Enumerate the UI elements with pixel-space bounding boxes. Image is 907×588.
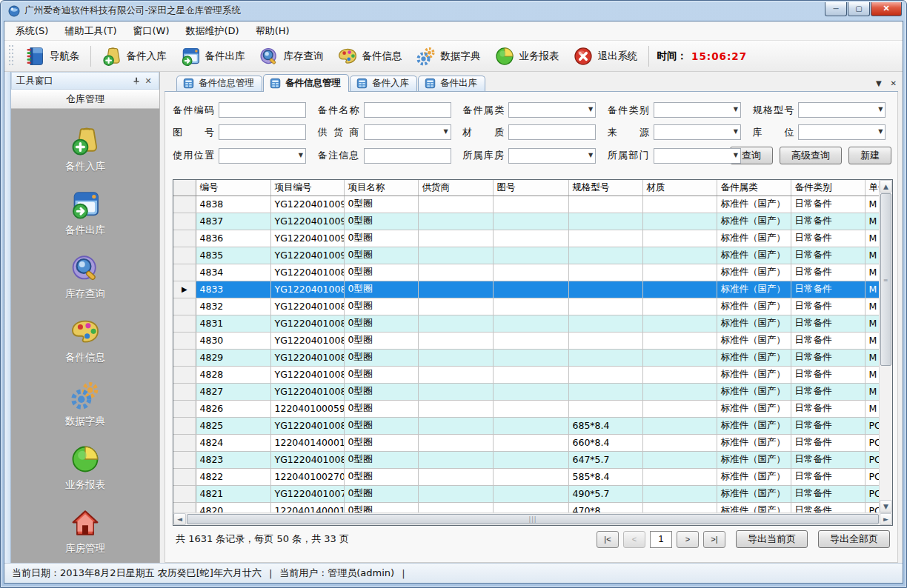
- field-dropdown-4[interactable]: ▼: [798, 102, 886, 118]
- row-selector[interactable]: [173, 247, 196, 264]
- row-selector[interactable]: [173, 468, 196, 485]
- row-selector[interactable]: [173, 485, 196, 502]
- row-selector[interactable]: [173, 332, 196, 349]
- table-row[interactable]: 4832YG122040100870型圈标准件（国产）日常备件M: [173, 298, 879, 315]
- close-button[interactable]: ✕: [871, 2, 902, 16]
- table-row[interactable]: 4837YG122040100920型圈标准件（国产）日常备件M: [173, 213, 879, 230]
- panel-close-icon[interactable]: ✕: [142, 76, 154, 86]
- sidebar-item-4[interactable]: 数据字典: [41, 377, 130, 431]
- table-row[interactable]: 4834YG122040100890型圈标准件（国产）日常备件M: [173, 264, 879, 281]
- prev-page-button[interactable]: <: [623, 531, 645, 548]
- column-header[interactable]: 单位: [865, 180, 879, 196]
- column-header[interactable]: 备件属类: [717, 180, 791, 196]
- table-row[interactable]: 4827YG122040100820型圈标准件（国产）日常备件M: [173, 383, 879, 400]
- menu-item-2[interactable]: 窗口(W): [125, 21, 178, 41]
- page-number-input[interactable]: [650, 531, 672, 548]
- title-bar[interactable]: 广州爱奇迪软件科技有限公司-深田之星仓库管理系统 ─ ▢ ✕: [4, 1, 903, 21]
- row-selector[interactable]: [173, 196, 196, 213]
- horizontal-scroll-thumb[interactable]: |||: [187, 514, 879, 524]
- menu-item-3[interactable]: 数据维护(D): [178, 21, 247, 41]
- row-selector[interactable]: [173, 383, 196, 400]
- field-input-0[interactable]: [219, 102, 306, 118]
- sidebar-item-5[interactable]: 业务报表: [41, 441, 130, 495]
- field-dropdown-6[interactable]: ▼: [364, 124, 451, 140]
- row-selector[interactable]: [173, 366, 196, 383]
- first-page-button[interactable]: |<: [597, 531, 619, 548]
- menu-item-4[interactable]: 帮助(H): [247, 21, 298, 41]
- table-row[interactable]: 482012204014000130型圈470*8标准件（国产）日常备件PC: [173, 502, 879, 512]
- maximize-button[interactable]: ▢: [848, 2, 870, 16]
- row-selector-header[interactable]: [173, 180, 196, 196]
- toolbar-grip[interactable]: [9, 45, 14, 67]
- field-input-5[interactable]: [219, 124, 306, 140]
- field-dropdown-10[interactable]: ▼: [219, 148, 306, 164]
- sidebar-item-1[interactable]: 备件出库: [41, 186, 130, 240]
- scroll-up-icon[interactable]: ▲: [880, 180, 892, 193]
- table-row[interactable]: 4838YG122040100930型圈标准件（国产）日常备件M: [173, 196, 879, 213]
- row-selector[interactable]: [173, 213, 196, 230]
- sidebar-item-6[interactable]: 库房管理: [41, 504, 130, 558]
- scroll-right-icon[interactable]: ►: [880, 513, 892, 525]
- tab-list-dropdown-icon[interactable]: ▼: [876, 79, 882, 87]
- menu-item-0[interactable]: 系统(S): [7, 21, 56, 41]
- row-selector[interactable]: [173, 298, 196, 315]
- table-row[interactable]: 482412204014000120型圈660*8.4标准件（国产）日常备件PC: [173, 434, 879, 451]
- sidebar-group-warehouse[interactable]: 仓库管理: [11, 90, 159, 109]
- field-dropdown-9[interactable]: ▼: [798, 124, 886, 140]
- table-row[interactable]: 482612204010005990型圈标准件（国产）日常备件M: [173, 400, 879, 417]
- scroll-down-icon[interactable]: ▼: [880, 500, 892, 512]
- toolbar-button-2[interactable]: 备件出库: [173, 44, 252, 69]
- row-selector[interactable]: [173, 434, 196, 451]
- field-input-1[interactable]: [364, 102, 451, 118]
- table-row[interactable]: 4829YG122040100840型圈标准件（国产）日常备件M: [173, 349, 879, 366]
- next-page-button[interactable]: >: [677, 531, 699, 548]
- table-row[interactable]: 4830YG122040100850型圈标准件（国产）日常备件M: [173, 332, 879, 349]
- field-dropdown-2[interactable]: ▼: [508, 102, 596, 118]
- field-dropdown-8[interactable]: ▼: [654, 124, 741, 140]
- sidebar-item-0[interactable]: 备件入库: [41, 122, 130, 176]
- row-selector[interactable]: [173, 400, 196, 417]
- row-selector[interactable]: ▶: [173, 281, 196, 298]
- horizontal-scrollbar[interactable]: ◄ ||| ►: [173, 512, 892, 525]
- field-dropdown-13[interactable]: ▼: [654, 148, 741, 164]
- minimize-button[interactable]: ─: [825, 2, 847, 16]
- table-row[interactable]: 4836YG122040100910型圈标准件（国产）日常备件M: [173, 230, 879, 247]
- export-current-page-button[interactable]: 导出当前页: [736, 530, 808, 548]
- vertical-scrollbar[interactable]: ▲ ≡ ▼: [879, 180, 892, 512]
- table-row[interactable]: 4828YG122040100830型圈标准件（国产）日常备件M: [173, 366, 879, 383]
- row-selector[interactable]: [173, 349, 196, 366]
- column-header[interactable]: 材质: [642, 180, 717, 196]
- sidebar-item-3[interactable]: 备件信息: [41, 313, 130, 367]
- toolbar-button-5[interactable]: 数据字典: [409, 44, 488, 69]
- sidebar-item-2[interactable]: 库存查询: [41, 250, 130, 304]
- column-header[interactable]: 项目编号: [270, 180, 344, 196]
- table-row[interactable]: 4831YG122040100860型圈标准件（国产）日常备件M: [173, 315, 879, 332]
- row-selector[interactable]: [173, 315, 196, 332]
- scroll-left-icon[interactable]: ◄: [173, 513, 186, 525]
- row-selector[interactable]: [173, 264, 196, 281]
- field-dropdown-12[interactable]: ▼: [508, 148, 596, 164]
- column-header[interactable]: 供货商: [418, 180, 493, 196]
- field-input-7[interactable]: [508, 124, 596, 140]
- field-dropdown-3[interactable]: ▼: [654, 102, 741, 118]
- toolbar-button-7[interactable]: 退出系统: [566, 44, 645, 69]
- toolbar-button-1[interactable]: 备件入库: [95, 44, 173, 69]
- row-selector[interactable]: [173, 502, 196, 512]
- row-selector[interactable]: [173, 417, 196, 434]
- export-all-pages-button[interactable]: 导出全部页: [818, 530, 890, 548]
- tab-0[interactable]: 备件信息管理: [176, 76, 262, 91]
- column-header[interactable]: 项目名称: [344, 180, 418, 196]
- toolbar-button-6[interactable]: 业务报表: [488, 44, 566, 69]
- row-selector[interactable]: [173, 451, 196, 468]
- table-row[interactable]: 4821YG122040100790型圈490*5.7标准件（国产）日常备件PC: [173, 485, 879, 502]
- menu-item-1[interactable]: 辅助工具(T): [56, 21, 124, 41]
- column-header[interactable]: 备件类别: [791, 180, 865, 196]
- column-header[interactable]: 编号: [196, 180, 270, 196]
- field-input-11[interactable]: [364, 148, 451, 164]
- table-row[interactable]: 4835YG122040100900型圈标准件（国产）日常备件M: [173, 247, 879, 264]
- tab-1[interactable]: 备件信息管理: [263, 74, 349, 92]
- vertical-scroll-thumb[interactable]: ≡: [880, 193, 891, 366]
- advanced-query-button[interactable]: 高级查询: [780, 147, 842, 164]
- table-row[interactable]: ▶4833YG122040100880型圈标准件（国产）日常备件M: [173, 281, 879, 298]
- toolbar-button-4[interactable]: 备件信息: [330, 44, 409, 69]
